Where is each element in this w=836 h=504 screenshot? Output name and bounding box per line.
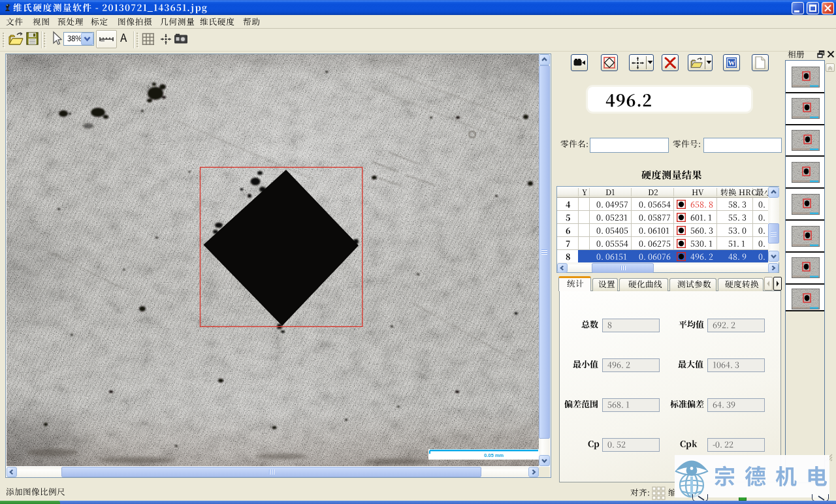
svg-text:0.05 mm: 0.05 mm (484, 452, 504, 458)
svg-text:W: W (728, 59, 735, 67)
